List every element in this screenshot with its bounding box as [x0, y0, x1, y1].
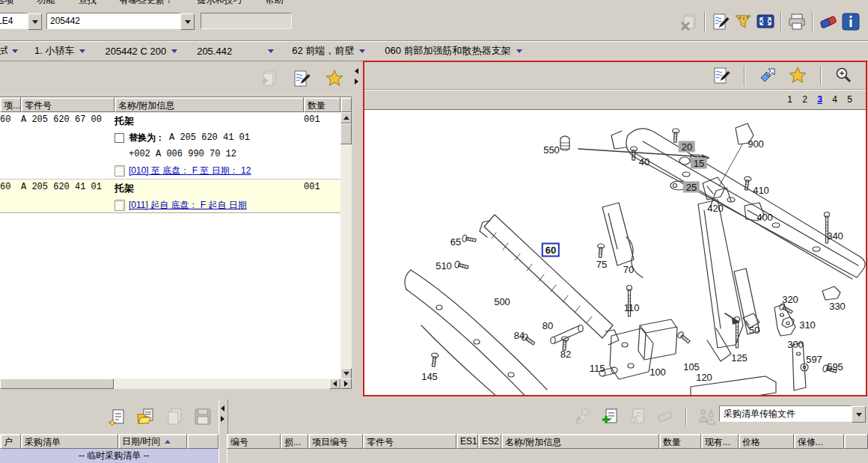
- favorites-star-icon[interactable]: [323, 68, 346, 89]
- pos-col-stock[interactable]: 现有...: [701, 434, 739, 449]
- vscroll-thumb[interactable]: [340, 123, 352, 144]
- parts-col-name[interactable]: 名称/附加信息: [114, 97, 304, 112]
- transfer-icon[interactable]: [696, 406, 718, 427]
- list-col-user[interactable]: 户: [0, 434, 21, 449]
- parts-row-1[interactable]: 60 A 205 620 67 00 托架 替换为： A 205 620 41 …: [0, 112, 340, 180]
- pos-col-es1[interactable]: ES1: [456, 434, 478, 449]
- collapse-right-icon[interactable]: [355, 79, 358, 85]
- discard-document-icon[interactable]: [678, 11, 700, 32]
- menu-item-find[interactable]: 查找: [68, 0, 107, 5]
- key-add-icon[interactable]: [571, 406, 593, 427]
- menu-item-options[interactable]: 选项: [0, 0, 24, 5]
- new-list-icon[interactable]: [106, 406, 129, 427]
- exploded-parts-diagram[interactable]: 5509002015254041042040034065607570510500…: [364, 109, 866, 395]
- page-1[interactable]: 1: [787, 94, 792, 105]
- model-combobox[interactable]: LE4: [0, 13, 42, 29]
- qty-cell: 001: [304, 112, 337, 179]
- save-list-icon[interactable]: [192, 406, 214, 427]
- parts-panel: 项... 零件号 名称/附加信息 数量 60 A 205 620 67 00 托…: [0, 61, 352, 389]
- parts-row-2[interactable]: 60 A 205 620 41 01 托架 [011] 起自 底盘： F 起自 …: [0, 180, 340, 213]
- scroll-right-button[interactable]: [340, 378, 352, 389]
- replace-checkbox[interactable]: [114, 133, 124, 143]
- collapse-right-icon[interactable]: [221, 416, 224, 422]
- transfer-dropdown-arrow[interactable]: [852, 406, 866, 423]
- list-col-name[interactable]: 采购清单: [21, 434, 118, 449]
- breadcrumb-item-group[interactable]: 62 前端，前壁: [292, 44, 365, 58]
- eraser-icon[interactable]: [817, 11, 840, 32]
- scroll-left-button[interactable]: [329, 378, 340, 389]
- parts-col-pos[interactable]: 项...: [0, 97, 21, 112]
- breadcrumb-item-vehicle-class[interactable]: 1. 小轿车: [34, 44, 85, 58]
- diagram-callout-60[interactable]: 60: [542, 243, 560, 257]
- menu-item-tips[interactable]: 提示和技巧: [186, 0, 252, 5]
- page-4[interactable]: 4: [832, 94, 837, 105]
- pos-col-number[interactable]: 编号: [227, 434, 281, 449]
- menu-item-help[interactable]: 帮助: [255, 0, 294, 5]
- pos-col-damage[interactable]: 损...: [281, 434, 308, 449]
- notes-icon[interactable]: [710, 65, 733, 86]
- menu-item-functions[interactable]: 功能: [26, 0, 65, 5]
- breadcrumb-item-model[interactable]: 205442 C 200: [105, 46, 177, 57]
- pos-col-name[interactable]: 名称/附加信息: [501, 434, 659, 449]
- erase-position-icon[interactable]: [654, 406, 676, 427]
- scroll-down-button[interactable]: [340, 368, 352, 379]
- shopping-basket-icon[interactable]: [732, 11, 754, 32]
- diagram-callout-420: 420: [707, 203, 724, 214]
- pos-col-partnumber[interactable]: 零件号: [363, 434, 456, 449]
- hscroll-thumb[interactable]: [0, 378, 114, 389]
- copy-documents-icon[interactable]: [257, 68, 280, 89]
- model-combobox-arrow[interactable]: [28, 13, 42, 30]
- main-splitter[interactable]: [352, 61, 363, 389]
- notes-icon[interactable]: [709, 11, 732, 32]
- copy-list-icon[interactable]: [163, 406, 186, 427]
- purchase-list-row[interactable]: -- 临时采购清单 --: [0, 449, 218, 463]
- breadcrumb-item-series[interactable]: 205.442: [197, 46, 274, 57]
- zoom-icon[interactable]: [833, 65, 855, 86]
- breadcrumb-item-subgroup[interactable]: 060 前部加强筋和散热器支架: [385, 44, 522, 58]
- pos-col-project[interactable]: 项目编号: [308, 434, 363, 449]
- parts-col-qty[interactable]: 数量: [304, 97, 340, 112]
- print-icon[interactable]: [786, 11, 808, 32]
- scroll-up-button[interactable]: [340, 112, 352, 123]
- footnote-icon[interactable]: [114, 165, 125, 177]
- list-col-datetime[interactable]: 日期/时间: [118, 434, 187, 449]
- notes-icon[interactable]: [290, 68, 313, 89]
- page-5[interactable]: 5: [847, 94, 852, 105]
- parts-table-body: 60 A 205 620 67 00 托架 替换为： A 205 620 41 …: [0, 112, 340, 379]
- menu-item-whats-new[interactable]: 有哪些更新！: [109, 0, 184, 5]
- search-combobox[interactable]: 205442: [46, 13, 195, 29]
- collapse-left-icon[interactable]: [355, 68, 358, 74]
- page-3-active[interactable]: 3: [817, 94, 822, 105]
- add-position-icon[interactable]: [599, 406, 621, 427]
- toolbar-separator: [744, 66, 745, 85]
- parts-vscrollbar[interactable]: [340, 112, 352, 379]
- fullscreen-icon[interactable]: [754, 11, 777, 32]
- aux-field[interactable]: [201, 13, 292, 29]
- open-list-icon[interactable]: [135, 406, 157, 427]
- edit-position-icon[interactable]: [626, 406, 649, 427]
- collapse-left-icon[interactable]: [221, 405, 224, 411]
- toolbar-separator: [704, 12, 706, 31]
- toolbar-separator: [685, 407, 687, 426]
- menu-bar: 选项 功能 查找 有哪些更新！ 提示和技巧 帮助: [0, 0, 868, 7]
- diagram-callout-115: 115: [590, 363, 605, 374]
- transfer-dropdown[interactable]: 采购清单传输文件: [719, 405, 866, 422]
- footnote-link[interactable]: [010] 至 底盘： F 至 日期： 12: [129, 165, 251, 177]
- footnote-link[interactable]: [011] 起自 底盘： F 起自 日期: [129, 199, 247, 212]
- search-combobox-arrow[interactable]: [180, 13, 195, 30]
- pos-col-price[interactable]: 价格: [739, 434, 794, 449]
- resize-image-icon[interactable]: [757, 65, 779, 86]
- footnote-icon[interactable]: [114, 200, 125, 211]
- parts-col-partnumber[interactable]: 零件号: [21, 97, 114, 112]
- pos-cell: 60: [0, 180, 21, 212]
- favorites-star-icon[interactable]: [786, 65, 809, 86]
- page-2[interactable]: 2: [802, 94, 807, 105]
- pos-col-es2[interactable]: ES2: [478, 434, 501, 449]
- toolbar-separator: [820, 66, 822, 85]
- pos-col-filler: [844, 434, 868, 449]
- parts-hscrollbar[interactable]: [0, 378, 352, 389]
- breadcrumb-item-root[interactable]: 式: [0, 44, 18, 58]
- pos-col-warranty[interactable]: 保修...: [794, 434, 844, 449]
- pos-col-qty[interactable]: 数量: [659, 434, 701, 449]
- info-icon[interactable]: [840, 11, 862, 32]
